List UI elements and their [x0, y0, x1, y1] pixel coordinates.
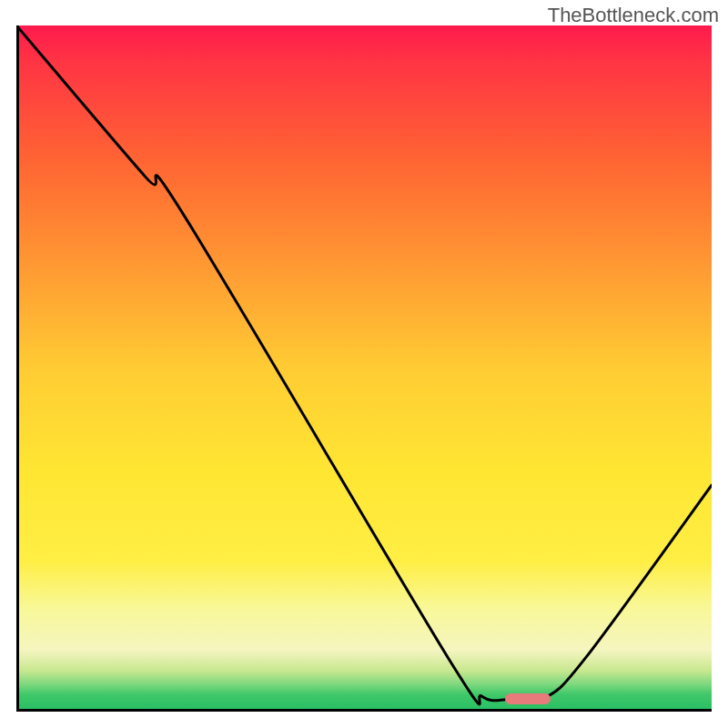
optimal-marker — [505, 693, 551, 704]
watermark-text: TheBottleneck.com — [548, 4, 719, 27]
curve-svg — [16, 25, 712, 712]
chart-container: TheBottleneck.com — [0, 0, 728, 728]
plot-area — [16, 25, 712, 712]
bottleneck-curve — [16, 25, 712, 704]
